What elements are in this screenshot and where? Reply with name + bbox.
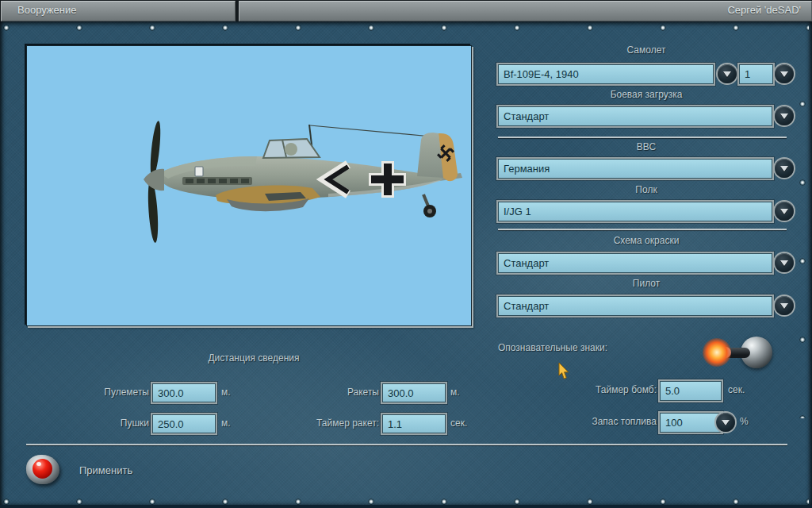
pilot-dropdown-button[interactable] — [775, 296, 794, 315]
airforce-select[interactable]: Германия — [498, 159, 772, 179]
cannons-input[interactable] — [152, 414, 216, 433]
fuel-input[interactable] — [660, 413, 722, 433]
apply-label: Применить — [79, 464, 132, 476]
fuel-unit: % — [740, 416, 749, 427]
cannons-label: Пушки — [46, 418, 149, 429]
rocket-timer-unit: сек. — [450, 418, 467, 429]
paint-scheme-dropdown-button[interactable] — [775, 253, 794, 272]
aircraft-dropdown-button[interactable] — [718, 64, 737, 83]
toggle-glow-icon — [703, 338, 731, 367]
airforce-label: ВВС — [498, 141, 795, 152]
bomb-timer-input[interactable] — [660, 381, 722, 401]
bomb-timer-label: Таймер бомб: — [498, 384, 657, 395]
aircraft-label: Самолет — [498, 44, 795, 56]
aircraft-select[interactable]: Bf-109E-4, 1940 — [498, 64, 714, 84]
loadout-select[interactable]: Стандарт — [498, 106, 772, 126]
bomb-timer-unit: сек. — [728, 384, 745, 395]
pilot-select[interactable]: Стандарт — [498, 296, 772, 316]
armament-screen: Вооружение Сергей 'deSAD' — [0, 0, 812, 508]
separator — [498, 137, 787, 138]
separator — [498, 229, 787, 230]
rockets-label: Ракеты — [270, 387, 379, 398]
airforce-dropdown-button[interactable] — [775, 159, 794, 178]
markings-label: Опознавательные знаки: — [498, 342, 607, 353]
window-title: Вооружение — [17, 4, 76, 16]
convergence-title: Дистанция сведения — [135, 352, 373, 364]
aircraft-count-input[interactable] — [739, 64, 773, 84]
machineguns-label: Пулеметы — [46, 387, 149, 398]
cannons-unit: м. — [221, 418, 231, 429]
paint-scheme-select[interactable]: Стандарт — [498, 253, 772, 273]
rocket-timer-input[interactable] — [382, 414, 446, 433]
screw-row-top-icon — [3, 25, 809, 31]
aircraft-image — [27, 46, 471, 325]
aircraft-count-dropdown-button[interactable] — [775, 64, 794, 83]
regiment-select[interactable]: I/JG 1 — [498, 202, 772, 221]
paint-scheme-label: Схема окраски — [498, 235, 795, 246]
apply-button[interactable] — [26, 453, 59, 485]
screw-column-right-icon — [799, 101, 806, 418]
mouse-cursor-icon — [558, 363, 569, 379]
machineguns-unit: м. — [221, 387, 231, 398]
machineguns-input[interactable] — [152, 383, 216, 402]
titlebar-right-segment — [239, 1, 812, 21]
rocket-timer-label: Таймер ракет: — [262, 418, 379, 429]
titlebar: Вооружение Сергей 'deSAD' — [0, 0, 812, 21]
regiment-label: Полк — [498, 184, 795, 195]
player-name: Сергей 'deSAD' — [727, 4, 801, 16]
rockets-unit: м. — [450, 387, 460, 398]
screw-row-bottom-icon — [3, 498, 809, 505]
fuel-label: Запас топлива — [498, 416, 657, 427]
fuel-dropdown-button[interactable] — [716, 413, 735, 432]
separator — [26, 444, 787, 445]
rockets-input[interactable] — [382, 383, 446, 402]
regiment-dropdown-button[interactable] — [775, 202, 794, 221]
loadout-label: Боевая загрузка — [498, 89, 795, 100]
pilot-label: Пилот — [498, 278, 795, 289]
apply-button-red-icon — [33, 459, 52, 479]
markings-toggle[interactable] — [704, 334, 776, 371]
loadout-dropdown-button[interactable] — [775, 106, 794, 125]
aircraft-preview — [26, 45, 472, 326]
